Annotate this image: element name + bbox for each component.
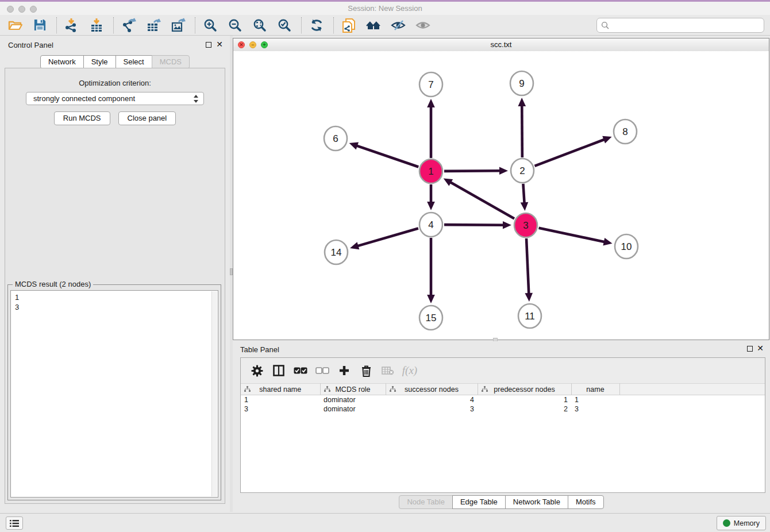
column-header-successor-nodes[interactable]: successor nodes: [386, 384, 478, 395]
edge-2-8[interactable]: [535, 136, 612, 166]
optimization-criterion-label: Optimization criterion:: [5, 79, 225, 87]
import-table-button[interactable]: [87, 17, 106, 34]
tab-network[interactable]: Network: [40, 55, 84, 69]
eye-slash-icon: [390, 18, 406, 33]
session-title: Session: New Session: [0, 2, 770, 15]
edge-3-11[interactable]: [525, 238, 533, 302]
network-canvas[interactable]: 7968124314101511: [233, 51, 769, 340]
table-cell[interactable]: dominator: [320, 395, 386, 405]
show-all-button[interactable]: [414, 17, 432, 34]
close-panel-button[interactable]: Close panel: [118, 111, 176, 125]
export-image-button[interactable]: [169, 17, 187, 34]
zoom-selected-button[interactable]: [275, 17, 294, 34]
table-cell[interactable]: 1: [571, 395, 619, 405]
export-network-button[interactable]: [120, 17, 138, 34]
node-8[interactable]: 8: [614, 119, 637, 144]
edge-1-2[interactable]: [444, 167, 508, 175]
table-cell[interactable]: dominator: [320, 404, 386, 414]
table-close-icon[interactable]: ✕: [757, 344, 764, 353]
column-header-name[interactable]: name: [571, 384, 619, 395]
save-session-button[interactable]: [30, 17, 49, 34]
table-cell[interactable]: 3: [386, 404, 478, 414]
network-window-titlebar[interactable]: ✕ − + scc.txt: [233, 38, 769, 52]
edge-3-10[interactable]: [539, 228, 613, 246]
edge-4-14[interactable]: [350, 228, 418, 249]
table-cell[interactable]: 4: [386, 395, 478, 405]
criterion-select[interactable]: strongly connected component: [26, 92, 204, 105]
table-cell[interactable]: 1: [478, 395, 571, 405]
node-11[interactable]: 11: [518, 304, 541, 328]
search-field[interactable]: [596, 18, 764, 33]
result-scrollbar[interactable]: [211, 291, 217, 496]
first-neighbors-button[interactable]: [364, 17, 383, 34]
select-all-rows-button[interactable]: [292, 362, 309, 379]
network-graph[interactable]: 7968124314101511: [233, 51, 769, 340]
zoom-out-button[interactable]: [226, 17, 244, 34]
node-1[interactable]: 1: [419, 159, 442, 183]
memory-button[interactable]: Memory: [717, 516, 766, 530]
zoom-in-button[interactable]: [201, 17, 220, 34]
search-input[interactable]: [612, 21, 764, 30]
table-float-icon[interactable]: [747, 346, 753, 352]
create-column-button[interactable]: [336, 362, 353, 379]
edge-4-3[interactable]: [444, 221, 511, 229]
zoom-fit-button[interactable]: [251, 17, 269, 34]
close-panel-icon[interactable]: ✕: [216, 40, 223, 49]
column-header-predecessor-nodes[interactable]: predecessor nodes: [478, 384, 571, 395]
tab-motifs[interactable]: Motifs: [568, 495, 604, 509]
node-7[interactable]: 7: [419, 72, 442, 97]
node-3[interactable]: 3: [514, 213, 537, 237]
table-cell[interactable]: 3: [571, 404, 619, 414]
node-4[interactable]: 4: [419, 213, 442, 237]
edge-1-7[interactable]: [427, 99, 435, 158]
table-cell[interactable]: 2: [478, 404, 571, 414]
mcds-result-area[interactable]: 13: [10, 290, 218, 498]
open-session-button[interactable]: [6, 17, 24, 34]
table-cell[interactable]: 1: [241, 395, 320, 405]
table-cell[interactable]: 3: [241, 404, 320, 414]
float-panel-icon[interactable]: [206, 42, 211, 48]
export-table-button[interactable]: [144, 17, 163, 34]
delete-columns-button[interactable]: [357, 362, 375, 379]
hide-selected-button[interactable]: [389, 17, 407, 34]
node-table[interactable]: shared nameMCDS rolesuccessor nodesprede…: [241, 383, 765, 414]
deselect-all-rows-button[interactable]: [314, 362, 331, 379]
zoom-selected-icon: [277, 18, 292, 33]
refresh-button[interactable]: [307, 17, 326, 34]
task-history-button[interactable]: [6, 516, 23, 530]
edge-2-3[interactable]: [521, 184, 529, 211]
edge-1-6[interactable]: [349, 142, 419, 167]
delete-table-button: [379, 362, 396, 379]
table-row[interactable]: 3dominator323: [241, 404, 765, 414]
node-10[interactable]: 10: [615, 234, 638, 259]
edge-2-9[interactable]: [518, 98, 526, 157]
node-6[interactable]: 6: [324, 126, 347, 151]
zoom-fit-icon: [252, 18, 267, 33]
clone-network-button[interactable]: [340, 17, 358, 34]
tab-network-table[interactable]: Network Table: [505, 495, 568, 509]
node-2[interactable]: 2: [511, 159, 534, 183]
save-floppy-icon: [33, 18, 47, 32]
tab-mcds[interactable]: MCDS: [152, 55, 190, 69]
run-mcds-button[interactable]: Run MCDS: [54, 111, 110, 125]
tab-style[interactable]: Style: [83, 55, 116, 69]
table-row[interactable]: 1dominator411: [241, 395, 765, 405]
tab-select[interactable]: Select: [116, 55, 152, 69]
svg-text:9: 9: [519, 78, 524, 89]
node-15[interactable]: 15: [419, 306, 442, 330]
node-14[interactable]: 14: [325, 240, 348, 264]
function-builder-button: f(x): [401, 362, 418, 379]
import-network-button[interactable]: [63, 17, 81, 34]
table-mode-button[interactable]: [248, 362, 265, 379]
toolbar-separator: [195, 17, 196, 33]
edge-3-1[interactable]: [444, 178, 514, 218]
edge-4-15[interactable]: [427, 238, 435, 303]
node-9[interactable]: 9: [510, 71, 533, 95]
column-header-MCDS-role[interactable]: MCDS role: [320, 384, 386, 395]
svg-text:8: 8: [622, 126, 627, 137]
edge-1-4[interactable]: [427, 184, 435, 210]
tab-edge-table[interactable]: Edge Table: [452, 495, 506, 509]
column-header-shared-name[interactable]: shared name: [241, 384, 320, 395]
show-hide-columns-button[interactable]: [270, 362, 287, 379]
tab-node-table[interactable]: Node Table: [399, 495, 453, 509]
